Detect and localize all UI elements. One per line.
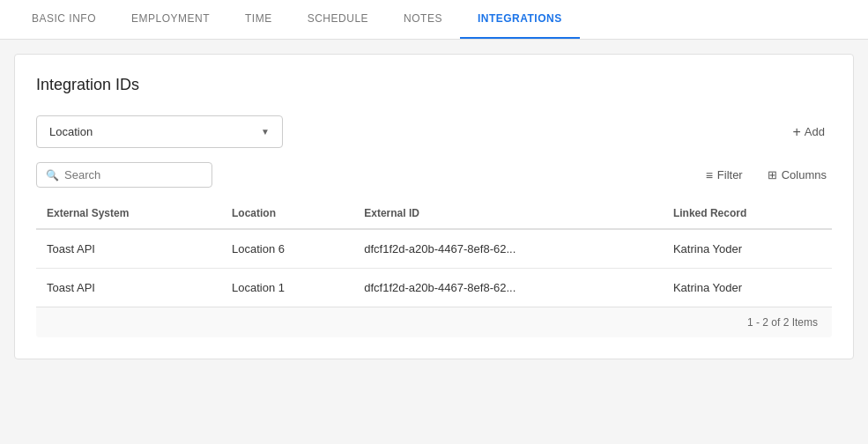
cell-location: Location 6 bbox=[221, 229, 353, 269]
chevron-down-icon: ▼ bbox=[261, 127, 270, 137]
cell-linked-record: Katrina Yoder bbox=[663, 229, 832, 269]
tab-schedule[interactable]: SCHEDULE bbox=[290, 0, 386, 39]
table-header-row: External SystemLocationExternal IDLinked… bbox=[36, 198, 832, 229]
pagination-info: 1 - 2 of 2 Items bbox=[747, 316, 818, 329]
search-icon: 🔍 bbox=[46, 169, 59, 181]
integration-ids-card: Integration IDs Location ▼ + Add 🔍 Filte… bbox=[14, 54, 854, 359]
tab-integrations[interactable]: INTEGRATIONS bbox=[460, 0, 580, 39]
tab-time[interactable]: TIME bbox=[227, 0, 290, 39]
col-header-location: Location bbox=[221, 198, 353, 229]
cell-external-system: Toast API bbox=[36, 269, 221, 307]
columns-icon bbox=[768, 168, 777, 181]
table-header: External SystemLocationExternal IDLinked… bbox=[36, 198, 832, 229]
columns-button-label: Columns bbox=[782, 168, 827, 181]
tab-notes[interactable]: NOTES bbox=[386, 0, 460, 39]
search-box: 🔍 bbox=[36, 162, 212, 188]
toolbar-row: Location ▼ + Add bbox=[36, 115, 832, 148]
tab-bar: BASIC INFOEMPLOYMENTTIMESCHEDULENOTESINT… bbox=[0, 0, 868, 40]
search-input[interactable] bbox=[64, 168, 203, 181]
card-title: Integration IDs bbox=[36, 76, 832, 94]
cell-external-id: dfcf1f2d-a20b-4467-8ef8-62... bbox=[353, 269, 663, 307]
add-button[interactable]: + Add bbox=[786, 119, 832, 145]
add-button-label: Add bbox=[805, 125, 825, 138]
location-dropdown[interactable]: Location ▼ bbox=[36, 115, 283, 148]
cell-external-system: Toast API bbox=[36, 229, 221, 269]
col-header-external-id: External ID bbox=[353, 198, 663, 229]
filter-icon bbox=[706, 168, 713, 182]
col-header-linked-record: Linked Record bbox=[663, 198, 832, 229]
table-footer: 1 - 2 of 2 Items bbox=[36, 307, 832, 337]
cell-linked-record: Katrina Yoder bbox=[663, 269, 832, 307]
location-dropdown-value: Location bbox=[49, 125, 93, 138]
table-row: Toast APILocation 6dfcf1f2d-a20b-4467-8e… bbox=[36, 229, 832, 269]
tab-basic-info[interactable]: BASIC INFO bbox=[14, 0, 114, 39]
cell-location: Location 1 bbox=[221, 269, 353, 307]
search-filter-row: 🔍 Filter Columns bbox=[36, 162, 832, 188]
filter-columns-group: Filter Columns bbox=[701, 165, 832, 186]
columns-button[interactable]: Columns bbox=[762, 165, 832, 185]
cell-external-id: dfcf1f2d-a20b-4467-8ef8-62... bbox=[353, 229, 663, 269]
filter-button[interactable]: Filter bbox=[701, 165, 748, 186]
plus-icon: + bbox=[793, 124, 801, 140]
tab-employment[interactable]: EMPLOYMENT bbox=[114, 0, 227, 39]
integration-table: External SystemLocationExternal IDLinked… bbox=[36, 198, 832, 307]
table-row: Toast APILocation 1dfcf1f2d-a20b-4467-8e… bbox=[36, 269, 832, 307]
table-body: Toast APILocation 6dfcf1f2d-a20b-4467-8e… bbox=[36, 229, 832, 307]
filter-button-label: Filter bbox=[717, 168, 743, 181]
col-header-external-system: External System bbox=[36, 198, 221, 229]
